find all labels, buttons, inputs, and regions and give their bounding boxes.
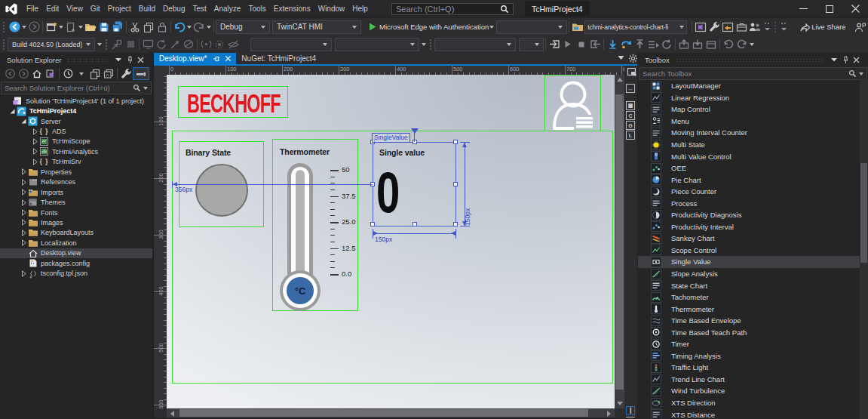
live-share-icon[interactable] [798,20,811,35]
minimize-button[interactable] [790,0,816,17]
selection-handle-2[interactable] [453,140,458,144]
se-filter-chevron-icon[interactable] [75,67,88,80]
expander-closed-icon[interactable] [20,230,27,236]
live-share-label[interactable]: Live Share [811,23,845,31]
toolbox-item-piece-counter[interactable]: Piece Counter [638,186,868,198]
scroll-right-arrow[interactable] [607,411,611,417]
broadcast-icon[interactable] [199,37,213,52]
start-target-label[interactable]: Microsoft Edge with Authentication [379,23,489,31]
hide-preview-icon[interactable] [226,37,240,52]
toolbox-item-multi-value-control[interactable]: Multi Value Control [638,150,868,162]
menu-item-view[interactable]: View [63,0,87,17]
toolbox-case-icon[interactable] [735,20,748,35]
menu-item-analyze[interactable]: Analyze [210,0,245,17]
tree-item-images[interactable]: Images [0,217,152,227]
expander-closed-icon[interactable] [32,128,38,135]
archive-up-icon[interactable] [677,37,691,52]
se-show-all-files-icon[interactable] [133,67,149,80]
tree-item-ads[interactable]: { }ADS [0,126,152,136]
designer-grid-toggle-icon[interactable]: ▦ [626,101,635,110]
toolbox-item-multi-state[interactable]: Multi State [638,139,868,151]
start-debugging-icon[interactable] [366,20,379,35]
se-collapse-all-icon[interactable] [102,67,115,80]
copy-icon[interactable] [142,20,155,35]
se-pending-changes-filter-icon[interactable] [61,67,75,80]
tree-item-references[interactable]: References [0,177,152,187]
restart-icon[interactable] [660,37,673,52]
menu-item-file[interactable]: File [23,0,42,17]
expander-closed-icon[interactable] [20,179,27,186]
toolbox-item-thermometer[interactable]: Thermometer [638,303,868,315]
save-all-icon[interactable] [111,20,124,35]
close-button[interactable] [842,0,868,17]
toolbox-search-input[interactable]: Search Toolbox [639,67,867,80]
send-feedback-icon[interactable] [854,20,867,35]
close-icon[interactable] [135,54,146,65]
tree-item-tchmiproject4[interactable]: TcHmiProject4 [0,106,152,116]
startup-item-combobox[interactable] [496,20,567,34]
start-target-chevron-icon[interactable] [489,20,495,35]
toolbox-item-scope-control[interactable]: Scope Control [638,245,868,257]
pin-icon[interactable] [124,54,135,65]
target-system-icon[interactable] [124,37,137,52]
tree-item-tsconfig-tpl-json[interactable]: tsconfig.tpl.json [0,268,152,278]
tab-pin-icon[interactable] [213,55,220,63]
expander-open-icon[interactable] [9,108,16,115]
document-tab-2[interactable]: NuGet: TcHmiProject4 [236,53,321,64]
designer-resize-icon[interactable]: ↔ [626,84,635,93]
menu-item-project[interactable]: Project [104,0,135,17]
toolbox-item-oee[interactable]: OEE [638,162,868,174]
toolbox-item-slope-analysis[interactable]: Slope Analysis [638,268,868,280]
expander-closed-icon[interactable] [32,159,38,165]
toolbox-item-wind-turbulence[interactable]: Wind Turbulence [638,385,868,397]
toolbox-item-process[interactable]: Process [638,197,868,209]
expander-open-icon[interactable] [20,118,27,125]
toolbox-item-xts-direction[interactable]: XTS Direction [638,397,868,409]
toolbox-item-map-control[interactable]: Map Control [638,103,868,116]
user-element-outline[interactable] [544,75,601,131]
document-tab-1[interactable]: Desktop.view* [154,53,236,64]
split-view-icon[interactable]: ┃ [626,406,635,415]
twincat-build-version-combobox[interactable]: Build 4024.50 (Loaded) [8,38,95,51]
redo-icon[interactable] [192,20,206,35]
expander-closed-icon[interactable] [20,199,27,206]
tree-item-themes[interactable]: Themes [0,197,152,207]
toolbox-item-trend-line-chart[interactable]: Trend Line Chart [638,374,868,386]
open-in-vs-icon[interactable] [694,20,707,35]
online-change-icon[interactable] [619,37,633,52]
toolbar-overflow-2-chevron-icon[interactable] [421,37,427,52]
selection-handle-5[interactable] [370,222,375,226]
tree-item-localization[interactable]: Localization [0,238,152,248]
refresh-devices-icon[interactable] [155,37,168,52]
toolbox-item-linear-regression[interactable]: Linear Regression [638,92,868,104]
editor-vscroll-thumb[interactable] [615,94,624,390]
toolbox-item-productivity-diagnosis[interactable]: Productivity Diagnosis [638,209,868,221]
expander-closed-icon[interactable] [20,168,27,175]
se-forward-icon[interactable] [17,67,30,80]
toolbox-item-time-based-envelope[interactable]: Time Based Envelope [638,315,868,327]
expander-closed-icon[interactable] [20,270,27,277]
tree-item-desktop-view[interactable]: Desktop.view [0,248,152,258]
toolbox-item-traffic-light[interactable]: Traffic Light [638,362,868,374]
run-list-icon[interactable] [646,37,660,52]
expander-closed-icon[interactable] [20,189,27,196]
publish-profile-combobox[interactable]: tchmi-analytics-control-chart-fi [584,20,687,34]
toolbar-overflow-2-icon[interactable] [778,20,789,35]
toolbox-item-menu[interactable]: Menu [638,116,868,128]
cut-icon[interactable] [128,20,142,35]
selection-handle-1[interactable] [413,140,417,144]
tree-item-server[interactable]: Server [0,116,152,126]
show-runtime-icon[interactable] [141,37,155,52]
menu-item-tools[interactable]: Tools [244,0,269,17]
tab-list-chevron-icon[interactable] [618,55,624,60]
selection-handle-6[interactable] [413,222,417,226]
choose-target-icon[interactable] [110,37,124,52]
toolbox-item-layoutmanager[interactable]: LayoutManager [638,80,868,92]
toolbox-item-moving-interval-counter[interactable]: Moving Interval Counter [638,127,868,139]
search-options-chevron-icon[interactable] [859,72,863,75]
window-position-chevron-icon[interactable] [112,54,124,65]
search-options-chevron-icon[interactable] [143,87,148,90]
logo-element-outline[interactable]: BECKHOFF [178,86,288,118]
maximize-button[interactable] [817,0,842,17]
menu-item-build[interactable]: Build [135,0,159,17]
